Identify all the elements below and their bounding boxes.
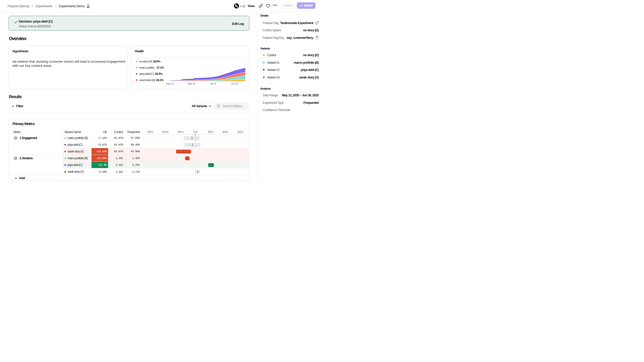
svg-text:May 12: May 12 [166,82,174,85]
svg-text:Jun 9: Jun 9 [210,82,216,85]
svg-text:Jun 23: Jun 23 [231,82,238,85]
svg-text:May 26: May 26 [187,82,195,85]
